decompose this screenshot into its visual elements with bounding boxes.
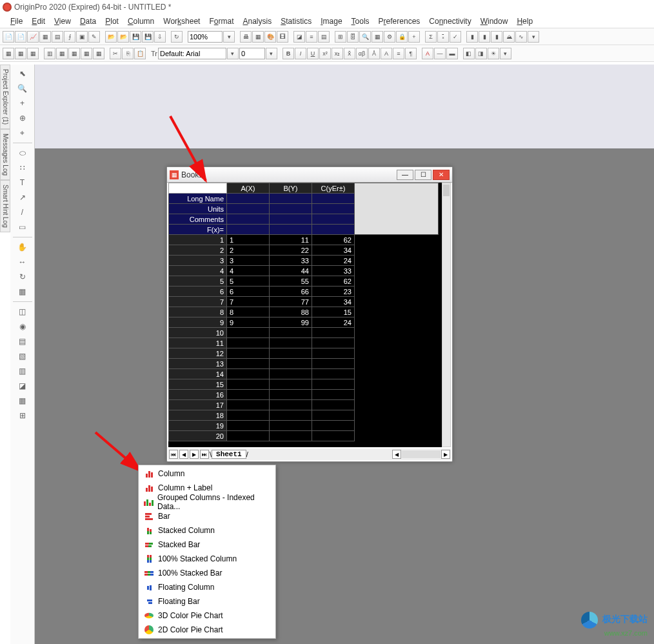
meta-longname[interactable]: Long Name <box>169 194 227 204</box>
tb-italic-icon[interactable]: I <box>295 48 306 59</box>
menu-edit[interactable]: Edit <box>28 15 49 27</box>
tb-under-icon[interactable]: U <box>307 48 319 59</box>
tb-peak-icon[interactable]: ⛰ <box>503 31 515 43</box>
menu-analysis[interactable]: Analysis <box>239 15 275 27</box>
tb-color-icon[interactable]: A <box>422 48 433 59</box>
menu-stacked-bar[interactable]: Stacked Bar <box>139 538 275 552</box>
data-cell[interactable] <box>312 421 355 431</box>
menu-floating-column[interactable]: Floating Column <box>139 580 275 594</box>
menu-worksheet[interactable]: Worksheet <box>159 15 204 27</box>
tb-sup-icon[interactable]: x² <box>319 48 331 59</box>
data-cell[interactable]: 2 <box>227 245 270 256</box>
data-cell[interactable] <box>270 379 312 390</box>
tb-ws4-icon[interactable]: ▦ <box>56 48 68 59</box>
tb-pal1-icon[interactable]: ◧ <box>463 48 475 59</box>
data-cell[interactable] <box>227 390 270 400</box>
row-header[interactable]: 11 <box>169 338 227 348</box>
worksheet[interactable]: A(X) B(Y) C(yEr±) Long Name Units Commen… <box>168 183 451 447</box>
data-cell[interactable] <box>270 359 312 369</box>
data-cell[interactable]: 24 <box>312 317 355 328</box>
zoom-icon[interactable]: 🔍 <box>16 82 29 95</box>
hscroll-left-icon[interactable]: ◀ <box>392 450 401 459</box>
row-header[interactable]: 12 <box>169 348 227 359</box>
data-cell[interactable] <box>227 431 270 441</box>
maximize-button[interactable]: ☐ <box>415 170 431 180</box>
data-cell[interactable] <box>227 369 270 379</box>
reader-icon[interactable]: + <box>16 97 29 110</box>
menu-connectivity[interactable]: Connectivity <box>425 15 475 27</box>
row-header[interactable]: 18 <box>169 410 227 421</box>
data-cell[interactable] <box>312 338 355 348</box>
menu-file[interactable]: File <box>6 15 26 27</box>
mask-icon[interactable]: ⬭ <box>16 146 29 159</box>
data-cell[interactable] <box>312 328 355 338</box>
data-cell[interactable]: 77 <box>270 297 312 307</box>
tb-ws7-icon[interactable]: ▦ <box>93 48 104 59</box>
data-cell[interactable] <box>270 431 312 441</box>
pointer-icon[interactable]: ⬉ <box>16 67 29 80</box>
row-header[interactable]: 16 <box>169 390 227 400</box>
tb-cut-icon[interactable]: ✂ <box>110 48 121 59</box>
data-cell[interactable] <box>227 379 270 390</box>
tb-matrix-icon[interactable]: ▤ <box>52 31 63 43</box>
lt1-icon[interactable]: ◫ <box>16 305 29 318</box>
tb-refresh-icon[interactable]: ↻ <box>171 31 183 43</box>
data-cell[interactable]: 9 <box>227 317 270 328</box>
corner-cell[interactable] <box>169 183 227 194</box>
row-header[interactable]: 4 <box>169 266 227 276</box>
data-cell[interactable] <box>270 348 312 359</box>
tb-sub-icon[interactable]: x₂ <box>332 48 343 59</box>
data-cell[interactable] <box>227 338 270 348</box>
data-cell[interactable] <box>270 421 312 431</box>
rescale-icon[interactable]: ↔ <box>16 256 29 268</box>
menu-plot[interactable]: Plot <box>101 15 123 27</box>
tb-end-icon[interactable]: ▾ <box>528 31 539 43</box>
tb-savetpl-icon[interactable]: 💾 <box>142 31 154 43</box>
data-cell[interactable] <box>227 421 270 431</box>
data-cell[interactable] <box>227 359 270 369</box>
row-header[interactable]: 5 <box>169 276 227 287</box>
tb-db-icon[interactable]: 🗄 <box>347 31 359 43</box>
tb-excel-icon[interactable]: ▦ <box>39 31 51 43</box>
tb-fit-icon[interactable]: ✓ <box>450 31 461 43</box>
data-cell[interactable]: 34 <box>312 245 355 256</box>
menu-data[interactable]: Data <box>76 15 100 27</box>
data-cell[interactable] <box>312 379 355 390</box>
data-cell[interactable]: 4 <box>227 266 270 276</box>
tb-new-icon[interactable]: 📄 <box>3 31 14 43</box>
data-cell[interactable]: 33 <box>270 256 312 266</box>
row-header[interactable]: 17 <box>169 400 227 410</box>
tb-fill-icon[interactable]: ▬ <box>446 48 458 59</box>
region-icon[interactable]: ∷ <box>16 161 29 174</box>
data-cell[interactable]: 24 <box>312 256 355 266</box>
rotate-icon[interactable]: ↻ <box>16 270 29 283</box>
menu-3d-pie[interactable]: 3D Color Pie Chart <box>139 609 275 623</box>
data-cell[interactable]: 5 <box>227 276 270 287</box>
tb-add-icon[interactable]: + <box>408 31 420 43</box>
col-header-b[interactable]: B(Y) <box>270 183 312 194</box>
data-cell[interactable]: 22 <box>270 245 312 256</box>
tb-bar-icon[interactable]: ▮ <box>466 31 478 43</box>
data-cell[interactable] <box>227 410 270 421</box>
tb-search-icon[interactable]: 🔍 <box>359 31 371 43</box>
tb-layout2-icon[interactable]: ≡ <box>306 31 317 43</box>
tb-fft-icon[interactable]: ∿ <box>515 31 527 43</box>
tb-bar2-icon[interactable]: ▮ <box>479 31 490 43</box>
menu-window[interactable]: Window <box>477 15 512 27</box>
menu-column[interactable]: Column <box>124 15 158 27</box>
tb-fsdrop-icon[interactable]: ▾ <box>266 48 277 59</box>
crosshair-icon[interactable]: ⌖ <box>16 126 29 139</box>
tb-subsup-icon[interactable]: x̄ <box>344 48 355 59</box>
menu-100-stacked-bar[interactable]: 100% Stacked Bar <box>139 566 275 580</box>
tb-graph-icon[interactable]: 📈 <box>27 31 39 43</box>
tb-import-icon[interactable]: ⇩ <box>154 31 166 43</box>
data-cell[interactable]: 33 <box>312 266 355 276</box>
data-cell[interactable] <box>270 400 312 410</box>
zoom-input[interactable] <box>188 31 223 43</box>
insert-icon[interactable]: ▦ <box>16 285 29 298</box>
tb-bigA-icon[interactable]: Å <box>368 48 380 59</box>
tb-film-icon[interactable]: 🎞 <box>277 31 288 43</box>
meta-fx[interactable]: F(x)= <box>169 225 227 235</box>
col-header-c[interactable]: C(yEr±) <box>312 183 355 194</box>
tb-colpal-icon[interactable]: 🎨 <box>264 31 276 43</box>
